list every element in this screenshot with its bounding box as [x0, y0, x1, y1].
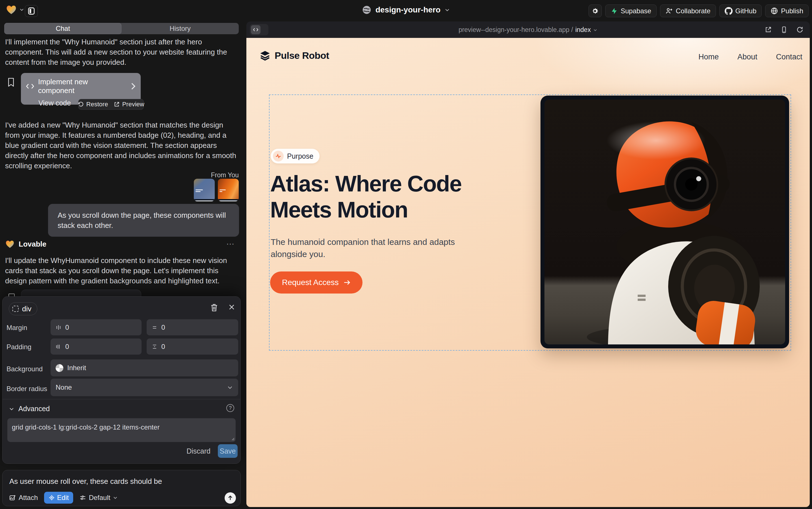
close-icon[interactable] [228, 303, 235, 311]
github-label: GitHub [735, 7, 756, 15]
chat-sidebar: Chat History I'll implement the "Why Hum… [0, 22, 245, 509]
nav-home[interactable]: Home [698, 53, 719, 61]
nav-about[interactable]: About [737, 53, 758, 61]
chevron-down-icon [113, 495, 118, 500]
preview-panel: preview--design-your-hero.lovable.app / … [246, 22, 810, 507]
robot-illustration [545, 100, 785, 344]
border-radius-label: Border radius [6, 385, 47, 393]
supabase-label: Supabase [621, 7, 651, 15]
external-link-icon [114, 101, 120, 107]
globe-icon [771, 7, 778, 15]
help-icon[interactable]: ? [226, 404, 234, 412]
send-button[interactable] [225, 492, 236, 504]
tab-history[interactable]: History [121, 23, 239, 34]
restore-preview-bar: Restore Preview [78, 99, 144, 110]
assistant-message-2: I've added a new "Why Humanoid" section … [5, 120, 239, 171]
trash-icon[interactable] [211, 303, 218, 312]
site-logo[interactable]: Pulse Robot [259, 50, 329, 61]
preview-header: preview--design-your-hero.lovable.app / … [246, 22, 810, 38]
dashed-square-icon [12, 306, 19, 312]
assistant-message-3: I'll update the WhyHumanoid component to… [5, 256, 239, 286]
bookmark-icon[interactable] [7, 77, 15, 87]
publish-button[interactable]: Publish [765, 4, 809, 17]
chevron-down-icon [444, 7, 450, 13]
app-window: design-your-hero Supabase Collaborate [0, 0, 812, 509]
restore-button[interactable]: Restore [78, 101, 108, 108]
purpose-badge: Purpose [271, 149, 320, 164]
publish-label: Publish [781, 7, 803, 15]
hero-image-card [541, 96, 789, 348]
chat-input-box[interactable]: As user mouse roll over, these cards sho… [2, 470, 241, 506]
target-icon [48, 495, 55, 501]
discard-button[interactable]: Discard [186, 447, 211, 455]
padding-vertical-input[interactable]: 0 [147, 338, 238, 354]
arrow-up-icon [227, 495, 233, 501]
element-inspector-panel: div Margin 0 0 Padding [2, 296, 241, 464]
component-card-title: Implement new component [38, 77, 123, 95]
nav-contact[interactable]: Contact [776, 53, 802, 61]
hero-subheading: The humanoid companion that learns and a… [271, 236, 469, 260]
preview-url[interactable]: preview--design-your-hero.lovable.app / … [458, 26, 597, 34]
advanced-classes-textarea[interactable]: grid grid-cols-1 lg:grid-cols-2 gap-12 i… [7, 418, 236, 442]
chevron-down-icon [19, 7, 24, 12]
chat-history-tabs: Chat History [4, 23, 239, 34]
collaborate-label: Collaborate [676, 7, 710, 15]
margin-vertical-input[interactable]: 0 [147, 319, 238, 335]
code-view-toggle[interactable] [250, 24, 268, 35]
open-external-icon[interactable] [765, 26, 772, 33]
top-bar-actions: Supabase Collaborate GitHub Publish [589, 4, 809, 17]
collaborate-button[interactable]: Collaborate [660, 4, 716, 17]
assistant-name: Lovable [19, 240, 46, 248]
attach-button[interactable]: Attach [9, 494, 38, 502]
refresh-icon[interactable] [796, 26, 804, 33]
preview-page: index [575, 26, 591, 34]
code-icon [253, 28, 258, 32]
margin-vertical-icon [152, 324, 157, 331]
attachment-thumbnail-orange[interactable] [218, 179, 239, 201]
user-message-bubble: As you scroll down the page, these compo… [48, 204, 239, 237]
attachment-thumbnail-blue[interactable] [194, 179, 215, 201]
preview-button[interactable]: Preview [114, 101, 144, 108]
margin-label: Margin [6, 324, 27, 332]
border-radius-select[interactable]: None [50, 379, 238, 396]
globe-icon [362, 5, 372, 15]
gear-icon [591, 7, 599, 15]
site-preview: Pulse Robot Home About Contact Purpose A… [246, 38, 810, 507]
margin-horizontal-input[interactable]: 0 [50, 319, 142, 335]
assistant-message-1: I'll implement the "Why Humanoid" sectio… [5, 37, 239, 67]
transparency-swatch-icon [56, 364, 63, 372]
project-name: design-your-hero [375, 5, 440, 14]
site-brand: Pulse Robot [274, 50, 329, 61]
background-label: Background [6, 365, 43, 373]
message-more-menu[interactable]: … [226, 237, 235, 246]
resize-handle[interactable] [230, 436, 235, 441]
selected-element-chip[interactable]: div [9, 302, 37, 315]
mode-selector[interactable]: Default [79, 494, 118, 502]
lovable-menu-button[interactable] [6, 4, 24, 15]
assistant-header: Lovable [5, 239, 46, 249]
arrow-right-icon [343, 279, 350, 286]
settings-button[interactable] [589, 4, 602, 17]
chat-input-value[interactable]: As user mouse roll over, these cards sho… [9, 477, 162, 486]
request-access-button[interactable]: Request Access [270, 271, 363, 294]
purpose-badge-label: Purpose [287, 152, 313, 160]
advanced-section-toggle[interactable]: Advanced [9, 405, 50, 413]
chevron-down-icon [593, 28, 597, 32]
robot-image [545, 100, 785, 344]
edit-mode-button[interactable]: Edit [44, 492, 73, 504]
hero-heading: Atlas: Where Code Meets Motion [270, 171, 462, 223]
element-tag: div [22, 305, 31, 313]
restore-icon [78, 101, 84, 107]
supabase-button[interactable]: Supabase [605, 4, 657, 17]
github-icon [725, 7, 733, 15]
tab-chat[interactable]: Chat [4, 23, 121, 34]
padding-horizontal-input[interactable]: 0 [50, 338, 142, 354]
save-button[interactable]: Save [218, 444, 237, 458]
mobile-view-icon[interactable] [780, 26, 788, 33]
pulse-icon [273, 151, 284, 162]
project-switcher[interactable]: design-your-hero [362, 5, 450, 15]
margin-horizontal-icon [56, 324, 61, 331]
github-button[interactable]: GitHub [719, 4, 762, 17]
background-field[interactable]: Inherit [50, 360, 238, 376]
sidebar-toggle-button[interactable] [25, 5, 38, 17]
